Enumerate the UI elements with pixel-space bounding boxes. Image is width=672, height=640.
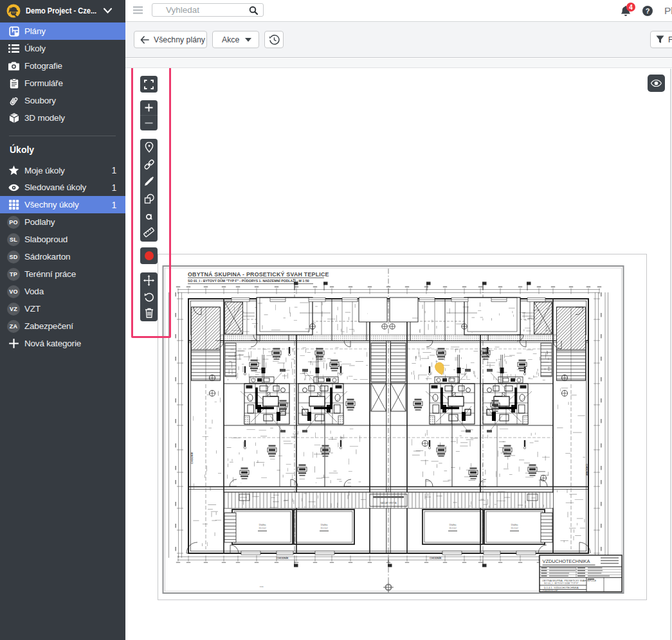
svg-text:16,0 m2: 16,0 m2 (449, 527, 457, 529)
svg-text:cca: cca (260, 585, 263, 588)
svg-text:VZDUCHOTECHNIKA: VZDUCHOTECHNIKA (543, 558, 590, 564)
svg-text:PŮDORYS 1.NP: PŮDORYS 1.NP (543, 589, 558, 592)
svg-text:SO 01_I - BYTOVÝ DŮM "TYP F": SO 01_I - BYTOVÝ DŮM "TYP F" (544, 582, 579, 585)
svg-text:Dlažba: Dlažba (450, 524, 457, 526)
svg-text:16,0 m2: 16,0 m2 (259, 527, 266, 529)
svg-text:Dlažba: Dlažba (511, 524, 518, 526)
svg-text:CHODNÍK: CHODNÍK (430, 556, 442, 560)
svg-text:OBYTNÁ SKUPINA - PROSETICKÝ SV: OBYTNÁ SKUPINA - PROSETICKÝ SVAH TEPLICE (188, 271, 329, 278)
svg-text:16,0 m2: 16,0 m2 (511, 527, 518, 529)
svg-text:Dlažba: Dlažba (321, 524, 328, 526)
svg-text:CHODNÍK: CHODNÍK (190, 452, 194, 464)
svg-text:NÁŠLAP. VRSTVA: NÁŠLAP. VRSTVA (381, 501, 397, 504)
svg-text:CHODNÍK: CHODNÍK (585, 464, 588, 476)
svg-text:D.1.4.1 - VZDUCHOTECHNIKA: D.1.4.1 - VZDUCHOTECHNIKA (544, 587, 579, 589)
svg-text:16,0 m2: 16,0 m2 (320, 527, 328, 529)
svg-text:SO 01_I - BYTOVÝ DŮM "TYP F" -: SO 01_I - BYTOVÝ DŮM "TYP F" - PŮDORYS 1… (188, 278, 309, 283)
svg-text:CHODNÍK: CHODNÍK (277, 556, 289, 560)
svg-text:Dlažba: Dlažba (259, 524, 266, 526)
